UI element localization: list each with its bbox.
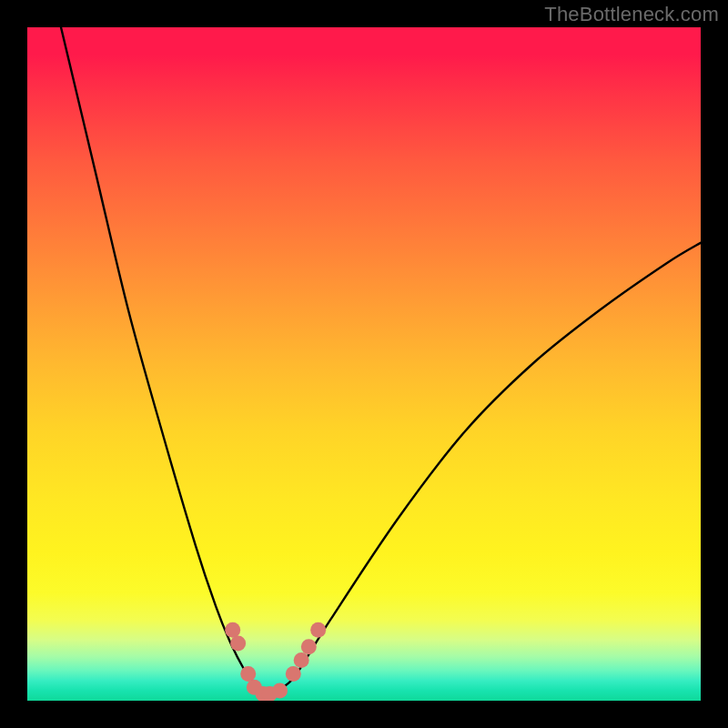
curve-marker [225,622,240,638]
bottleneck-curve-path [61,27,701,694]
curve-marker [240,666,256,682]
chart-plot-area [27,27,701,701]
curve-marker [294,652,309,668]
watermark-text: TheBottleneck.com [544,3,719,26]
curve-marker [272,682,288,698]
chart-frame: TheBottleneck.com [0,0,728,728]
curve-marker [286,666,301,682]
curve-marker [230,636,246,652]
curve-marker [310,622,326,638]
chart-svg [27,27,701,701]
curve-marker [301,639,317,654]
